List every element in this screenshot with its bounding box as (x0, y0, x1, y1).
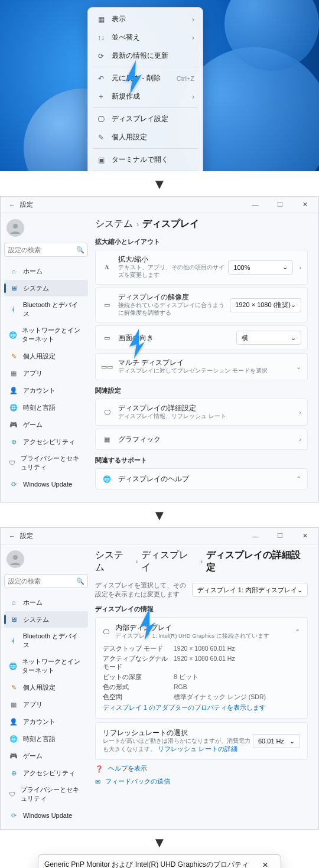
ctx-refresh[interactable]: ⟳最新の情報に更新 (90, 47, 200, 65)
row-multi-display[interactable]: ▭▭ マルチ ディスプレイディスプレイに対してプレゼンテーション モードを選択 … (95, 353, 308, 380)
nav-bluetooth[interactable]: ᚼBluetooth とデバイス (4, 628, 88, 653)
ctx-new[interactable]: ＋新規作成› (90, 87, 200, 106)
sort-icon: ↑↓ (96, 33, 106, 43)
nav-network[interactable]: 🌐ネットワークとインターネット (4, 654, 88, 678)
orientation-select[interactable]: 横⌄ (236, 331, 301, 345)
nav-home[interactable]: ⌂ホーム (4, 594, 88, 611)
person-icon: 👤 (9, 717, 18, 726)
nav-accessibility[interactable]: ⊕アクセシビリティ (4, 433, 88, 450)
search-input[interactable] (4, 243, 88, 257)
row-orientation[interactable]: ▭ 画面の向き 横⌄ (95, 325, 308, 350)
crumb-system[interactable]: システム (95, 549, 132, 574)
row-scale[interactable]: 𝐀 拡大/縮小テキスト、アプリ、その他の項目のサイズを変更します 100%⌄ › (95, 250, 308, 285)
nav-accessibility[interactable]: ⊕アクセシビリティ (4, 765, 88, 781)
gamepad-icon: 🎮 (9, 420, 18, 429)
chevron-right-icon: › (299, 264, 301, 271)
back-button[interactable]: ← (4, 201, 20, 208)
refresh-rate-card: リフレッシュレートの選択 レートが高いほど動きは滑らかになりますが、消費電力も大… (95, 722, 308, 760)
undo-icon: ↶ (96, 74, 106, 83)
scale-select[interactable]: 100%⌄ (228, 260, 293, 275)
orientation-icon: ▭ (102, 332, 112, 343)
nav-home[interactable]: ⌂ホーム (4, 263, 88, 279)
step-arrow-icon: ▼ (0, 834, 319, 851)
nav-personalize[interactable]: ✎個人用設定 (4, 679, 88, 696)
display-selector[interactable]: ディスプレイ 1: 内部ディスプレイ⌄ (192, 583, 308, 597)
row-resolution[interactable]: ▭ ディスプレイの解像度接続されているディスプレイに合うように解像度を調整する … (95, 288, 308, 322)
nav-privacy[interactable]: 🛡プライバシーとセキュリティ (4, 782, 88, 807)
nav-account[interactable]: 👤アカウント (4, 713, 88, 730)
nav-system[interactable]: 🖥システム (4, 280, 88, 296)
crumb-system[interactable]: システム (95, 218, 133, 230)
chevron-down-icon: ⌄ (282, 263, 288, 271)
nav-personalize[interactable]: ✎個人用設定 (4, 348, 88, 364)
system-icon: 🖥 (9, 615, 18, 624)
home-icon: ⌂ (9, 266, 18, 276)
close-button[interactable]: ✕ (295, 530, 315, 543)
multi-display-icon: ▭▭ (102, 361, 112, 372)
close-button[interactable]: ✕ (256, 861, 275, 869)
back-button[interactable]: ← (4, 533, 20, 540)
section-scale-layout: 拡大縮小とレイアウト (95, 237, 308, 246)
nav-update[interactable]: ⟳Windows Update (4, 807, 88, 824)
apps-icon: ▦ (9, 368, 18, 378)
nav-apps[interactable]: ▦アプリ (4, 365, 88, 381)
shield-icon: 🛡 (9, 458, 16, 468)
search-input[interactable] (4, 574, 88, 588)
refresh-details-link[interactable]: リフレッシュ レートの詳細 (158, 745, 237, 752)
ctx-display-settings[interactable]: 🖵ディスプレイ設定 (90, 110, 200, 128)
nav-privacy[interactable]: 🛡プライバシーとセキュリティ (4, 451, 88, 475)
close-button[interactable]: ✕ (295, 198, 315, 211)
help-link[interactable]: ヘルプを表示 (108, 765, 147, 773)
nav-time-lang[interactable]: 🌐時刻と言語 (4, 730, 88, 747)
apps-icon: ▦ (9, 700, 18, 709)
row-graphics[interactable]: ▦ グラフィック › (95, 429, 308, 450)
search-icon: 🔍 (76, 577, 84, 585)
settings-window-display: ← 設定 — ☐ ✕ 🔍 ⌂ホーム 🖥システム ᚼBluetooth とデバイス… (0, 196, 319, 502)
feedback-link[interactable]: フィードバックの送信 (105, 778, 170, 786)
adapter-properties-link[interactable]: ディスプレイ 1 のアダプターのプロパティを表示します (103, 704, 300, 712)
ctx-personalize[interactable]: ✎個人用設定 (90, 128, 200, 146)
chevron-right-icon: › (192, 93, 194, 101)
nav-bluetooth[interactable]: ᚼBluetooth とデバイス (4, 297, 88, 322)
minimize-button[interactable]: — (245, 530, 265, 543)
row-advanced-display[interactable]: 🖵 ディスプレイの詳細設定ディスプレイ情報、リフレッシュ レート › (95, 399, 308, 426)
user-avatar[interactable] (6, 219, 24, 237)
globe-lang-icon: 🌐 (9, 403, 18, 412)
dialog-title: Generic PnP Monitor および Intel(R) UHD Gra… (44, 860, 249, 868)
nav-gaming[interactable]: 🎮ゲーム (4, 416, 88, 433)
system-icon: 🖥 (9, 283, 18, 293)
nav-gaming[interactable]: 🎮ゲーム (4, 748, 88, 764)
row-display-help[interactable]: 🌐 ディスプレイのヘルプ ⌃ (95, 468, 308, 490)
resolution-select[interactable]: 1920 × 1080 (推奨)⌄ (230, 298, 301, 312)
help-icon: ❓ (95, 765, 103, 773)
maximize-button[interactable]: ☐ (270, 198, 290, 211)
sidebar: 🔍 ⌂ホーム 🖥システム ᚼBluetooth とデバイス 🌐ネットワークとイン… (1, 213, 90, 502)
brush-icon: ✎ (96, 133, 106, 142)
brush-icon: ✎ (9, 351, 18, 361)
nav-account[interactable]: 👤アカウント (4, 382, 88, 399)
ctx-terminal[interactable]: ▣ターミナルで開く (90, 151, 200, 169)
brush-icon: ✎ (9, 683, 18, 692)
ctx-sort[interactable]: ↑↓並べ替え› (90, 28, 200, 47)
plus-icon: ＋ (96, 92, 106, 102)
chevron-right-icon: › (192, 15, 194, 24)
maximize-button[interactable]: ☐ (270, 530, 290, 543)
crumb-display[interactable]: ディスプレイ (141, 549, 197, 574)
monitor-icon: 🖵 (103, 628, 109, 635)
ctx-view[interactable]: ▦表示› (90, 10, 200, 28)
gamepad-icon: 🎮 (9, 751, 18, 761)
feedback-icon: ✉ (95, 778, 100, 786)
minimize-button[interactable]: — (245, 198, 265, 211)
nav-update[interactable]: ⟳Windows Update (4, 476, 88, 492)
user-avatar[interactable] (6, 550, 24, 568)
ctx-undo[interactable]: ↶元に戻す - 削除Ctrl+Z (90, 69, 200, 87)
nav-system[interactable]: 🖥システム (4, 611, 88, 628)
nav-time-lang[interactable]: 🌐時刻と言語 (4, 399, 88, 416)
refresh-rate-select[interactable]: 60.01 Hz⌄ (253, 734, 300, 748)
chevron-down-icon: ⌄ (291, 301, 296, 309)
section-related: 関連設定 (95, 386, 308, 395)
nav-network[interactable]: 🌐ネットワークとインターネット (4, 322, 88, 347)
titlebar: ← 設定 — ☐ ✕ (1, 197, 318, 213)
nav-apps[interactable]: ▦アプリ (4, 696, 88, 713)
chevron-up-icon[interactable]: ⌃ (295, 628, 300, 636)
